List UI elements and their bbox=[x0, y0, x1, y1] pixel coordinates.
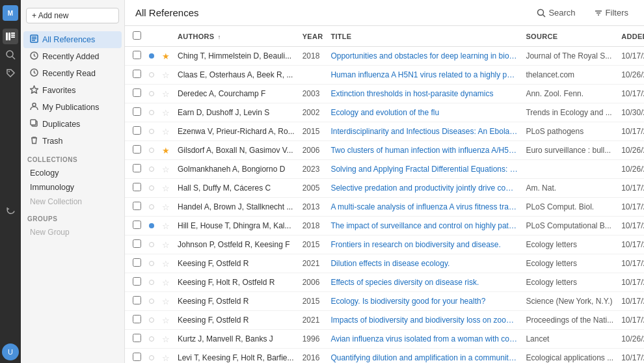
star-icon[interactable]: ☆ bbox=[162, 70, 170, 80]
filters-button[interactable]: Filters bbox=[589, 5, 634, 20]
star-icon[interactable]: ☆ bbox=[162, 202, 170, 212]
table-row: ☆ Deredec A, Courchamp F 2003 Extinction… bbox=[125, 85, 644, 103]
row-title[interactable]: Impacts of biodiversity and biodiversity… bbox=[327, 311, 522, 330]
row-title[interactable]: Dilution effects in disease ecology. bbox=[327, 254, 522, 273]
row-checkbox-cell bbox=[125, 311, 145, 330]
row-checkbox[interactable] bbox=[133, 315, 141, 323]
row-authors: Hall S, Duffy M, Cáceres C bbox=[174, 179, 299, 198]
sidebar-item-recently-read[interactable]: Recently Read bbox=[23, 65, 122, 82]
sidebar-collection-ecology[interactable]: Ecology bbox=[23, 166, 122, 180]
sidebar-item-my-publications[interactable]: My Publications bbox=[23, 99, 122, 116]
row-title[interactable]: Extinction thresholds in host-parasite d… bbox=[327, 85, 522, 103]
row-source: Lancet bbox=[522, 330, 617, 349]
col-header-year[interactable]: YEAR bbox=[299, 26, 327, 47]
rail-library-icon[interactable] bbox=[3, 29, 18, 44]
rail-refresh-icon[interactable] bbox=[3, 203, 18, 219]
star-icon[interactable]: ☆ bbox=[162, 316, 170, 325]
row-checkbox[interactable] bbox=[133, 334, 141, 342]
sidebar-item-duplicates[interactable]: Duplicates bbox=[23, 116, 122, 133]
row-checkbox-cell bbox=[125, 141, 145, 160]
row-title[interactable]: Effects of species diversity on disease … bbox=[327, 273, 522, 292]
rail-tag-icon[interactable] bbox=[3, 65, 18, 81]
new-group-link[interactable]: New Group bbox=[23, 225, 122, 239]
row-title[interactable]: Interdisciplinarity and Infectious Disea… bbox=[327, 122, 522, 141]
row-source: Euro surveillance : bull... bbox=[522, 141, 617, 160]
col-header-authors[interactable]: AUTHORS ↑ bbox=[174, 26, 299, 47]
row-checkbox[interactable] bbox=[133, 183, 141, 191]
row-source: Ann. Zool. Fenn. bbox=[522, 85, 617, 103]
row-checkbox[interactable] bbox=[133, 164, 141, 172]
row-title[interactable]: The impact of surveillance and control o… bbox=[327, 217, 522, 235]
star-icon[interactable]: ☆ bbox=[162, 89, 170, 99]
row-checkbox[interactable] bbox=[133, 296, 141, 304]
row-checkbox[interactable] bbox=[133, 107, 141, 116]
row-checkbox-cell bbox=[125, 235, 145, 254]
row-checkbox[interactable] bbox=[133, 126, 141, 135]
row-dot-cell bbox=[145, 66, 158, 85]
row-title[interactable]: Solving and Applying Fractal Differentia… bbox=[327, 160, 522, 179]
row-checkbox-cell bbox=[125, 85, 145, 103]
row-title[interactable]: Ecology and evolution of the flu bbox=[327, 103, 522, 122]
star-icon[interactable]: ★ bbox=[162, 146, 170, 155]
add-new-button[interactable]: + Add new bbox=[26, 8, 119, 23]
row-checkbox[interactable] bbox=[133, 239, 141, 248]
star-icon[interactable]: ☆ bbox=[162, 259, 170, 269]
row-checkbox[interactable] bbox=[133, 70, 141, 78]
row-checkbox[interactable] bbox=[133, 221, 141, 229]
star-icon[interactable]: ★ bbox=[162, 51, 170, 61]
star-icon[interactable]: ☆ bbox=[162, 127, 170, 137]
row-title[interactable]: Opportunities and obstacles for deep lea… bbox=[327, 47, 522, 66]
new-collection-link[interactable]: New Collection bbox=[23, 195, 122, 209]
row-authors: Hill E, House T, Dhingra M, Kal... bbox=[174, 217, 299, 235]
row-checkbox[interactable] bbox=[133, 202, 141, 210]
star-icon[interactable]: ☆ bbox=[162, 108, 170, 118]
row-checkbox[interactable] bbox=[133, 88, 141, 97]
row-dot-cell bbox=[145, 85, 158, 103]
star-icon[interactable]: ☆ bbox=[162, 278, 170, 288]
row-year: 2015 bbox=[299, 292, 327, 311]
star-icon[interactable]: ☆ bbox=[162, 334, 170, 344]
svg-rect-4 bbox=[11, 33, 15, 34]
row-title[interactable]: Ecology. Is biodiversity good for your h… bbox=[327, 292, 522, 311]
row-authors: Golmankhaneh A, Bongiorno D bbox=[174, 160, 299, 179]
rail-user-icon[interactable]: U bbox=[2, 343, 19, 360]
star-icon[interactable]: ☆ bbox=[162, 353, 170, 363]
row-added: 10/17/2023 bbox=[617, 292, 644, 311]
col-header-title[interactable]: TITLE bbox=[327, 26, 522, 47]
sidebar-item-favorites[interactable]: Favorites bbox=[23, 82, 122, 99]
row-title[interactable]: Selective predation and productivity joi… bbox=[327, 179, 522, 198]
table-row: ☆ Earn D, Dushoff J, Levin S 2002 Ecolog… bbox=[125, 103, 644, 122]
search-button[interactable]: Search bbox=[531, 5, 580, 20]
star-icon[interactable]: ☆ bbox=[162, 183, 170, 193]
sidebar-collection-immunology[interactable]: Immunology bbox=[23, 180, 122, 195]
row-checkbox[interactable] bbox=[133, 51, 141, 59]
row-checkbox[interactable] bbox=[133, 145, 141, 154]
row-checkbox-cell bbox=[125, 217, 145, 235]
star-icon[interactable]: ☆ bbox=[162, 221, 170, 231]
col-header-added[interactable]: ADDED bbox=[617, 26, 644, 47]
star-icon[interactable]: ☆ bbox=[162, 297, 170, 306]
svg-point-9 bbox=[8, 71, 10, 72]
row-star-cell: ☆ bbox=[158, 66, 174, 85]
row-star-cell: ☆ bbox=[158, 330, 174, 349]
row-checkbox[interactable] bbox=[133, 277, 141, 286]
row-title[interactable]: Frontiers in research on biodiversity an… bbox=[327, 235, 522, 254]
col-header-source[interactable]: SOURCE bbox=[522, 26, 617, 47]
row-checkbox[interactable] bbox=[133, 258, 141, 267]
rail-search-icon[interactable] bbox=[3, 47, 18, 62]
row-title[interactable]: Quantifying dilution and amplification i… bbox=[327, 349, 522, 364]
sidebar-item-recently-added[interactable]: Recently Added bbox=[23, 48, 122, 65]
select-all-checkbox[interactable] bbox=[133, 31, 141, 40]
row-title[interactable]: Human influenza A H5N1 virus related to … bbox=[327, 66, 522, 85]
row-title[interactable]: Two clusters of human infection with inf… bbox=[327, 141, 522, 160]
row-checkbox[interactable] bbox=[133, 353, 141, 361]
sidebar-item-label: Recently Read bbox=[42, 69, 96, 78]
table-body: ★ Ching T, Himmelstein D, Beauli... 2018… bbox=[125, 47, 644, 364]
unread-dot bbox=[149, 280, 154, 285]
row-title[interactable]: A multi-scale analysis of influenza A vi… bbox=[327, 198, 522, 217]
row-title[interactable]: Avian influenza virus isolated from a wo… bbox=[327, 330, 522, 349]
sidebar-item-all-references[interactable]: All References bbox=[23, 31, 122, 48]
star-icon[interactable]: ☆ bbox=[162, 165, 170, 174]
sidebar-item-trash[interactable]: Trash bbox=[23, 133, 122, 150]
star-icon[interactable]: ☆ bbox=[162, 240, 170, 250]
